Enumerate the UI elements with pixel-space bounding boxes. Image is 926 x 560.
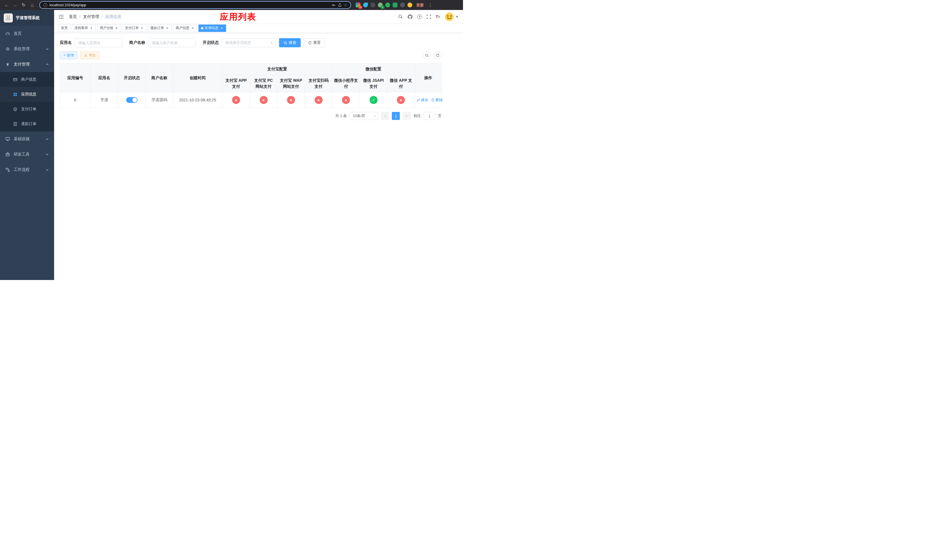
cell-config-6: × [387, 92, 415, 108]
tab-item[interactable]: 应用信息× [198, 24, 226, 32]
config-disabled-cross-icon: × [315, 96, 322, 104]
config-disabled-cross-icon: × [287, 96, 295, 104]
browser-back-button[interactable]: ← [3, 2, 10, 9]
extension-puzzle-icon[interactable] [400, 3, 405, 8]
cell-created: 2021-10-23 08:49:25 [173, 92, 222, 108]
breadcrumb-payment[interactable]: 支付管理 [83, 14, 99, 20]
toolbar-right [423, 51, 442, 59]
page-size-select[interactable]: 10条/页 ▾ [350, 112, 378, 120]
sidebar-item-infra[interactable]: 基础设施 [0, 131, 54, 147]
status-select[interactable]: 请选择开启状态 ▾ [221, 38, 275, 47]
tab-item[interactable]: 流程表单× [72, 24, 96, 32]
reset-button[interactable]: 重置 [304, 38, 325, 47]
site-info-icon[interactable]: i [43, 3, 47, 7]
search-button[interactable]: 搜索 [279, 38, 301, 47]
sidebar-item-label: 支付管理 [14, 62, 30, 67]
close-icon[interactable]: × [165, 26, 169, 30]
sidebar-item-dev-tools[interactable]: 研发工具 [0, 147, 54, 162]
close-icon[interactable]: × [89, 26, 93, 30]
address-bar[interactable]: i localhost:1024/pay/app ☆ [39, 1, 351, 9]
sidebar-item-app-info[interactable]: 应用信息 [0, 87, 54, 102]
tab-item[interactable]: 退款订单× [148, 24, 172, 32]
close-icon[interactable]: × [191, 26, 195, 30]
extension-icon[interactable]: 10 [356, 3, 360, 8]
refresh-table-button[interactable] [434, 51, 442, 59]
cell-config-5: ✓ [360, 92, 387, 108]
search-icon [284, 41, 287, 45]
total-count: 共 1 条 [336, 114, 347, 118]
next-page-button[interactable]: › [402, 112, 411, 120]
help-icon[interactable]: ? [417, 14, 422, 19]
top-navbar: 首页 / 支付管理 / 应用信息 应用列表 ? TT [54, 10, 463, 23]
bookmark-star-icon[interactable]: ☆ [344, 3, 347, 7]
extension-icon[interactable] [363, 3, 368, 8]
share-icon[interactable] [338, 3, 342, 7]
font-size-icon[interactable]: TT [436, 14, 440, 19]
col-app-name: 应用名 [91, 64, 118, 92]
browser-update-button[interactable]: 更新 [416, 3, 424, 8]
table-row: 6芋道芋道源码2021-10-23 08:49:25×××××✓×修改删除 [60, 92, 442, 108]
sidebar-collapse-icon[interactable] [59, 15, 64, 19]
profile-avatar-icon[interactable] [407, 3, 412, 8]
browser-refresh-button[interactable]: ↻ [20, 2, 27, 9]
config-disabled-cross-icon: × [397, 96, 405, 104]
tab-label: 用户分组 [100, 26, 113, 30]
merchant-name-input[interactable] [148, 38, 196, 47]
chevron-down-icon [46, 168, 49, 171]
sidebar-item-home[interactable]: 首页 [0, 26, 54, 41]
breadcrumb-separator: / [101, 15, 103, 19]
app-shell: 🐰 芋道管理系统 首页 系统管理 ¥ 支付管理 [0, 10, 463, 280]
sidebar-logo-row[interactable]: 🐰 芋道管理系统 [0, 10, 54, 26]
page-unit-label: 页 [438, 114, 442, 118]
app-name-input[interactable] [75, 38, 123, 47]
page-number-1[interactable]: 1 [392, 112, 400, 120]
tab-item[interactable]: 支付订单× [123, 24, 146, 32]
sidebar-item-workflow[interactable]: 工作流程 [0, 162, 54, 177]
sidebar-item-payment[interactable]: ¥ 支付管理 [0, 57, 54, 72]
user-menu[interactable]: ▼ [445, 12, 458, 22]
extension-icon[interactable]: 1 [378, 3, 383, 8]
tab-item[interactable]: 商户信息× [173, 24, 197, 32]
show-search-toggle-button[interactable] [423, 51, 431, 59]
sidebar-item-system[interactable]: 系统管理 [0, 41, 54, 57]
enabled-toggle[interactable] [126, 97, 138, 103]
sidebar-item-merchant-info[interactable]: 商户信息 [0, 72, 54, 87]
close-icon[interactable]: × [115, 26, 118, 30]
navbar-actions: ? TT ▼ [398, 12, 458, 22]
edit-link[interactable]: 修改 [416, 97, 428, 103]
close-icon[interactable]: × [140, 26, 144, 30]
close-icon[interactable]: × [220, 26, 224, 30]
breadcrumb-home[interactable]: 首页 [69, 14, 77, 20]
add-button[interactable]: + 新增 [60, 51, 77, 59]
refresh-icon [436, 53, 440, 57]
col-wechat-app: 微信 APP 支付 [387, 75, 415, 92]
tab-bar: 首页流程表单×用户分组×支付订单×退款订单×商户信息×应用信息× [54, 23, 463, 33]
browser-menu-icon[interactable]: ⋮ [427, 3, 434, 8]
goto-page-input[interactable] [424, 112, 435, 120]
search-icon[interactable] [398, 14, 403, 19]
dashboard-icon [5, 31, 10, 36]
refresh-icon [308, 41, 312, 45]
cell-actions: 修改删除 [415, 92, 442, 108]
browser-forward-button[interactable]: → [11, 2, 19, 9]
tab-label: 应用信息 [205, 26, 218, 30]
export-button[interactable]: 导出 [80, 51, 99, 59]
browser-home-button[interactable]: ⌂ [29, 2, 36, 9]
tab-label: 退款订单 [150, 26, 164, 30]
delete-link[interactable]: 删除 [431, 97, 443, 103]
extension-icon[interactable] [385, 3, 390, 8]
fullscreen-icon[interactable] [427, 15, 431, 19]
prev-page-button[interactable]: ‹ [381, 112, 389, 120]
extension-icon[interactable] [371, 3, 375, 8]
config-enabled-check-icon: ✓ [369, 96, 378, 104]
password-key-icon[interactable] [332, 3, 336, 7]
sidebar-item-label: 工作流程 [14, 167, 30, 173]
sidebar-item-refund-order[interactable]: 退款订单 [0, 117, 54, 131]
tab-item[interactable]: 首页 [58, 24, 70, 32]
sidebar-item-pay-order[interactable]: 支付订单 [0, 102, 54, 117]
extension-icon[interactable] [393, 3, 398, 8]
col-merchant: 商户名称 [146, 64, 173, 92]
github-icon[interactable] [407, 14, 413, 20]
grid-icon [13, 92, 17, 97]
tab-item[interactable]: 用户分组× [97, 24, 121, 32]
